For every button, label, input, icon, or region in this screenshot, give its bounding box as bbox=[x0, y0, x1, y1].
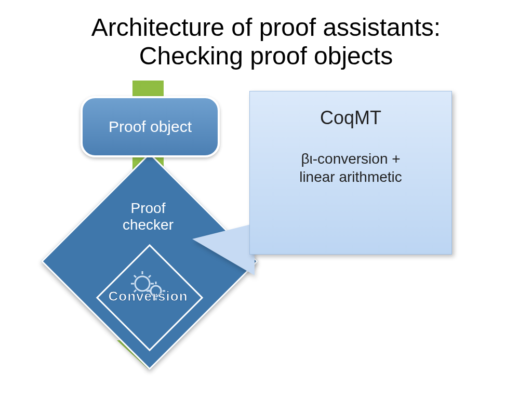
proof-checker-line2: checker bbox=[123, 217, 174, 233]
title-line-2: Checking proof objects bbox=[139, 42, 393, 70]
proof-object-label: Proof object bbox=[109, 118, 192, 136]
coqmt-callout: CoqMT βι-conversion + linear arithmetic bbox=[249, 91, 452, 255]
title-line-1: Architecture of proof assistants: bbox=[91, 14, 441, 41]
callout-body: βι-conversion + linear arithmetic bbox=[260, 150, 441, 186]
proof-object-node: Proof object bbox=[81, 96, 220, 157]
callout-pointer bbox=[192, 223, 255, 275]
proof-checker-label: Proof checker bbox=[99, 200, 197, 233]
slide: Architecture of proof assistants: Checki… bbox=[0, 0, 532, 399]
callout-body-line2: linear arithmetic bbox=[299, 169, 402, 185]
callout-title: CoqMT bbox=[260, 107, 441, 129]
slide-title: Architecture of proof assistants: Checki… bbox=[0, 13, 532, 70]
conversion-label: Conversion bbox=[91, 288, 205, 304]
callout-body-line1: βι-conversion + bbox=[301, 151, 400, 167]
proof-checker-line1: Proof bbox=[131, 200, 166, 216]
